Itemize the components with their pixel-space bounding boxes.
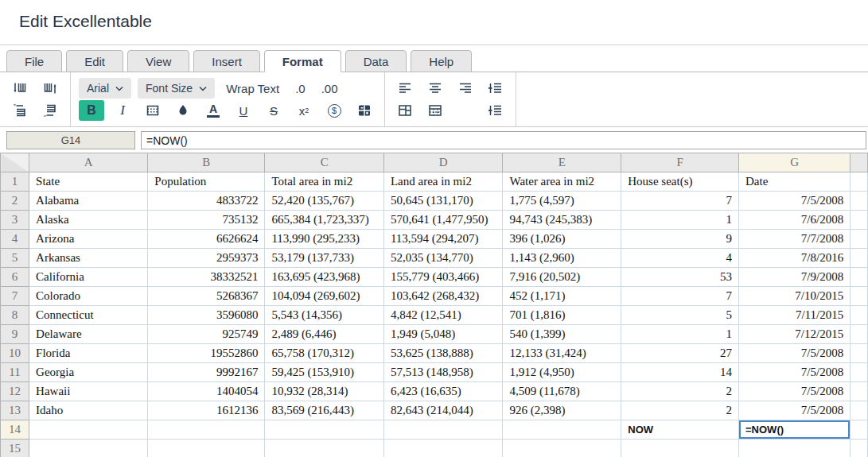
cell-G6[interactable]: 7/9/2008 xyxy=(739,268,850,287)
cell-partial-1[interactable] xyxy=(850,172,868,192)
borders-button[interactable] xyxy=(141,100,165,121)
cell-B8[interactable]: 3596080 xyxy=(148,306,265,325)
row-header-14[interactable]: 14 xyxy=(1,420,29,440)
row-header-7[interactable]: 7 xyxy=(1,287,29,306)
cell-E9[interactable]: 540 (1,399) xyxy=(503,325,621,344)
cell-E3[interactable]: 94,743 (245,383) xyxy=(503,211,621,230)
cell-B10[interactable]: 19552860 xyxy=(148,344,265,363)
cell-G5[interactable]: 7/8/2016 xyxy=(739,249,850,268)
formula-input[interactable] xyxy=(141,131,866,149)
cell-A15[interactable] xyxy=(29,440,148,457)
row-header-6[interactable]: 6 xyxy=(1,268,29,287)
row-header-12[interactable]: 12 xyxy=(1,382,29,401)
cell-C13[interactable]: 83,569 (216,443) xyxy=(265,401,384,420)
cell-A11[interactable]: Georgia xyxy=(29,363,148,382)
cell-partial-8[interactable] xyxy=(850,306,868,325)
row-header-4[interactable]: 4 xyxy=(1,230,29,249)
column-header-C[interactable]: C xyxy=(265,153,384,172)
column-header-B[interactable]: B xyxy=(148,153,265,172)
cell-C14[interactable] xyxy=(265,420,384,440)
cell-D13[interactable]: 82,643 (214,044) xyxy=(383,401,503,420)
cell-D15[interactable] xyxy=(383,440,503,457)
cell-E1[interactable]: Water area in mi2 xyxy=(503,172,621,192)
row-header-5[interactable]: 5 xyxy=(1,249,29,268)
cell-A10[interactable]: Florida xyxy=(29,344,148,363)
strikethrough-button[interactable]: S xyxy=(262,100,286,121)
unmerge-cells-button[interactable] xyxy=(423,100,447,121)
font-family-dropdown[interactable]: Arial xyxy=(79,78,131,99)
cell-partial-9[interactable] xyxy=(850,325,868,344)
cell-partial-6[interactable] xyxy=(850,268,868,287)
cell-A7[interactable]: Colorado xyxy=(29,287,148,306)
cell-E15[interactable] xyxy=(503,440,621,457)
tab-edit[interactable]: Edit xyxy=(66,50,123,72)
bold-button[interactable]: B xyxy=(79,100,104,121)
column-header-D[interactable]: D xyxy=(383,153,503,172)
cell-C15[interactable] xyxy=(265,440,384,457)
cell-D2[interactable]: 50,645 (131,170) xyxy=(383,192,503,211)
cell-G11[interactable]: 7/5/2008 xyxy=(739,363,850,382)
cell-G7[interactable]: 7/10/2015 xyxy=(739,287,850,306)
cell-F11[interactable]: 14 xyxy=(621,363,739,382)
row-header-1[interactable]: 1 xyxy=(1,172,29,192)
text-color-button[interactable]: A xyxy=(201,100,225,121)
wrap-text-button[interactable]: Wrap Text xyxy=(218,82,287,95)
cell-B15[interactable] xyxy=(148,440,265,457)
cell-partial-7[interactable] xyxy=(850,287,868,306)
cell-partial-13[interactable] xyxy=(850,401,868,420)
tab-help[interactable]: Help xyxy=(411,50,472,72)
cell-E12[interactable]: 4,509 (11,678) xyxy=(503,382,621,401)
cell-E8[interactable]: 701 (1,816) xyxy=(503,306,621,325)
cell-E14[interactable] xyxy=(503,420,621,440)
cell-A3[interactable]: Alaska xyxy=(29,211,148,230)
row-header-13[interactable]: 13 xyxy=(1,401,29,420)
cell-E5[interactable]: 1,143 (2,960) xyxy=(503,249,621,268)
cell-B14[interactable] xyxy=(148,420,265,440)
cell-C12[interactable]: 10,932 (28,314) xyxy=(265,382,384,401)
cell-partial-5[interactable] xyxy=(850,249,868,268)
cell-A5[interactable]: Arkansas xyxy=(29,249,148,268)
insert-row-above-button[interactable] xyxy=(8,100,32,121)
font-size-dropdown[interactable]: Font Size xyxy=(138,78,215,99)
cell-C1[interactable]: Total area in mi2 xyxy=(265,172,384,192)
cell-C10[interactable]: 65,758 (170,312) xyxy=(265,344,384,363)
cell-G8[interactable]: 7/11/2015 xyxy=(739,306,850,325)
cell-partial-2[interactable] xyxy=(850,192,868,211)
cell-D12[interactable]: 6,423 (16,635) xyxy=(383,382,503,401)
number-format-button[interactable] xyxy=(352,100,376,121)
cell-B11[interactable]: 9992167 xyxy=(148,363,265,382)
row-header-10[interactable]: 10 xyxy=(1,344,29,363)
cell-F1[interactable]: House seat(s) xyxy=(621,172,739,192)
cell-A9[interactable]: Delaware xyxy=(29,325,148,344)
fill-color-button[interactable] xyxy=(171,100,195,121)
cell-B5[interactable]: 2959373 xyxy=(148,249,265,268)
cell-C5[interactable]: 53,179 (137,733) xyxy=(265,249,384,268)
cell-D8[interactable]: 4,842 (12,541) xyxy=(383,306,503,325)
cell-G4[interactable]: 7/7/2008 xyxy=(739,230,850,249)
indent-increase-button[interactable] xyxy=(484,78,508,99)
cell-D3[interactable]: 570,641 (1,477,950) xyxy=(383,211,503,230)
cell-F8[interactable]: 5 xyxy=(621,306,739,325)
row-header-2[interactable]: 2 xyxy=(1,192,29,211)
tab-data[interactable]: Data xyxy=(345,50,407,72)
cell-G9[interactable]: 7/12/2015 xyxy=(739,325,850,344)
cell-F15[interactable] xyxy=(621,440,739,457)
column-header-G[interactable]: G xyxy=(739,153,850,172)
row-header-11[interactable]: 11 xyxy=(1,363,29,382)
cell-D10[interactable]: 53,625 (138,888) xyxy=(383,344,503,363)
cell-A13[interactable]: Idaho xyxy=(29,401,148,420)
cell-partial-3[interactable] xyxy=(850,211,868,230)
insert-row-below-button[interactable] xyxy=(38,100,62,121)
currency-format-button[interactable]: $ xyxy=(322,100,346,121)
cell-partial-14[interactable] xyxy=(850,420,868,440)
cell-B13[interactable]: 1612136 xyxy=(148,401,265,420)
tab-view[interactable]: View xyxy=(127,50,189,72)
indent-decrease-button[interactable] xyxy=(484,100,508,121)
cell-A4[interactable]: Arizona xyxy=(29,230,148,249)
cell-E4[interactable]: 396 (1,026) xyxy=(503,230,621,249)
cell-A14[interactable] xyxy=(29,420,148,440)
cell-C3[interactable]: 665,384 (1,723,337) xyxy=(265,211,384,230)
increase-decimal-button[interactable]: .00 xyxy=(313,82,346,95)
cell-D7[interactable]: 103,642 (268,432) xyxy=(383,287,503,306)
cell-B7[interactable]: 5268367 xyxy=(148,287,265,306)
